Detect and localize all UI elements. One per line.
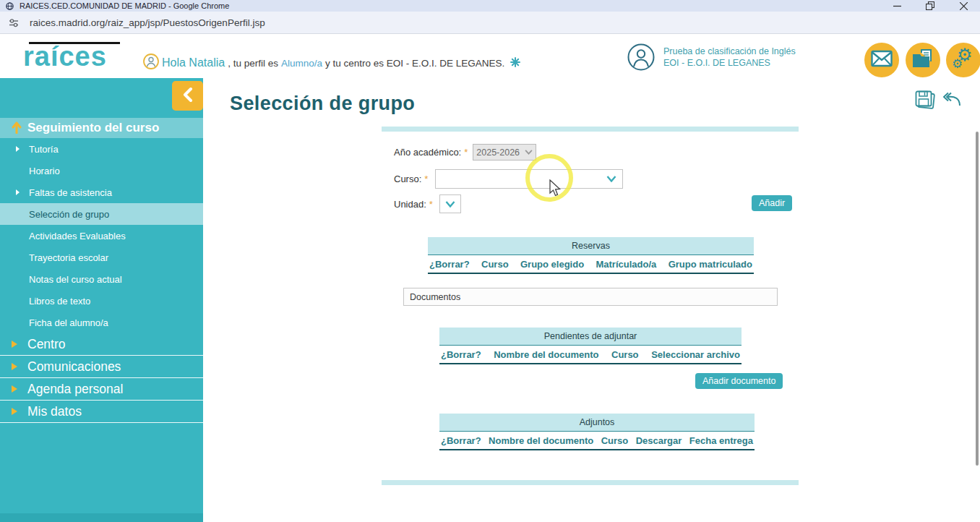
sidebar-section-label: Mis datos (27, 404, 82, 419)
sidebar-item-ficha[interactable]: Ficha del alumno/a (0, 312, 203, 333)
expand-arrow-icon (16, 146, 20, 152)
column-header: Grupo matriculado (669, 259, 752, 270)
page-title: Selección de grupo (230, 93, 415, 115)
main-content: Selección de grupo Año académico: * 2025… (203, 78, 980, 522)
sidebar-subitems: Tutoría Horario Faltas de asistencia Sel… (0, 138, 203, 333)
sidebar-item-label: Horario (29, 166, 60, 176)
sidebar-section-centro[interactable]: Centro (0, 333, 203, 356)
unidad-row: Unidad: * (394, 194, 461, 213)
collapse-sidebar-button[interactable] (172, 81, 203, 111)
chevron-down-icon (606, 176, 616, 182)
sidebar-item-trayectoria[interactable]: Trayectoria escolar (0, 247, 203, 268)
unidad-select[interactable] (439, 194, 461, 213)
curso-row: Curso: * (394, 169, 623, 189)
expand-arrow-icon (16, 189, 20, 195)
documents-button[interactable] (906, 43, 940, 77)
required-marker: * (429, 199, 433, 210)
add-button[interactable]: Añadir (752, 195, 792, 211)
chevron-down-icon (445, 201, 455, 207)
save-button[interactable] (914, 90, 936, 113)
context-line1: Prueba de clasificación de Inglés (663, 46, 796, 57)
section-arrow-icon (12, 363, 17, 370)
user-greeting: Hola Natalia , tu perfil es Alumno/a y t… (143, 51, 520, 69)
sidebar-item-tutoria[interactable]: Tutoría (0, 138, 203, 160)
sidebar-item-actividades[interactable]: Actividades Evaluables (0, 225, 203, 247)
folder-icon (911, 48, 934, 72)
sidebar-item-label: Libros de texto (29, 296, 90, 307)
sidebar-item-label: Selección de grupo (29, 209, 109, 220)
sidebar-item-label: Tutoría (29, 144, 59, 155)
unidad-label: Unidad: (394, 199, 426, 210)
sidebar-section-agenda[interactable]: Agenda personal (0, 378, 203, 401)
page-actions (914, 90, 963, 113)
url-text[interactable]: raices.madrid.org/raiz_app/jsp/PuestosOr… (30, 17, 265, 28)
divider-bar-top (382, 127, 799, 132)
envelope-icon (871, 50, 893, 70)
curso-label: Curso: (394, 174, 421, 184)
chevron-left-icon (182, 87, 194, 106)
adjuntos-title: Adjuntos (439, 414, 755, 432)
context-block: Prueba de clasificación de Inglés EOI - … (627, 43, 796, 74)
year-value: 2025-2026 (476, 147, 520, 158)
sidebar-item-label: Notas del curso actual (29, 274, 122, 285)
avatar-icon (143, 54, 159, 72)
column-header: ¿Borrar? (441, 349, 481, 360)
sidebar-section-label: Comunicaciones (27, 359, 121, 375)
minimize-button[interactable] (880, 0, 914, 12)
scrollbar[interactable] (976, 132, 979, 466)
sidebar-section-seguimiento[interactable]: Seguimiento del curso (0, 118, 203, 138)
column-header: Matrículado/a (596, 259, 656, 270)
close-button[interactable] (947, 0, 980, 12)
asterisk-icon[interactable] (510, 57, 520, 70)
column-header: Nombre del documento (489, 435, 593, 446)
column-header: Seleccionar archivo (651, 349, 740, 360)
sidebar-item-seleccion-grupo[interactable]: Selección de grupo (0, 203, 203, 225)
undo-button[interactable] (942, 90, 963, 113)
sidebar-item-faltas[interactable]: Faltas de asistencia (0, 181, 203, 203)
reservas-header-row: ¿Borrar? Curso Grupo elegido Matrículado… (428, 255, 754, 274)
sidebar-item-notas[interactable]: Notas del curso actual (0, 268, 203, 290)
documentos-header[interactable]: Documentos (403, 288, 778, 306)
sidebar-item-label: Ficha del alumno/a (29, 317, 108, 328)
sidebar-section-label: Centro (27, 337, 66, 352)
chevron-down-icon (525, 150, 533, 155)
sidebar-item-libros[interactable]: Libros de texto (0, 290, 203, 312)
divider-bar-bottom (382, 480, 799, 485)
add-document-button[interactable]: Añadir documento (695, 373, 783, 389)
window-title: RAICES.CED.COMUNIDAD DE MADRID - Google … (20, 1, 229, 10)
column-header: Grupo elegido (520, 259, 584, 270)
column-header: Curso (611, 349, 639, 360)
column-header: ¿Borrar? (441, 435, 481, 446)
url-bar: raices.madrid.org/raiz_app/jsp/PuestosOr… (0, 12, 980, 34)
column-header: Fecha entrega (689, 435, 753, 446)
app-header: raíces Hola Natalia , tu perfil es Alumn… (0, 35, 980, 78)
sidebar-sections: Centro Comunicaciones Agenda personal Mi… (0, 333, 203, 423)
logo-accent-line (29, 42, 120, 44)
mail-button[interactable] (864, 43, 899, 77)
pendientes-title: Pendientes de adjuntar (439, 328, 742, 346)
window-titlebar: RAICES.CED.COMUNIDAD DE MADRID - Google … (0, 0, 980, 12)
adjuntos-table: Adjuntos ¿Borrar? Nombre del documento C… (439, 414, 755, 450)
column-header: ¿Borrar? (429, 259, 470, 270)
sidebar-section-label: Seguimiento del curso (27, 121, 159, 135)
pendientes-header-row: ¿Borrar? Nombre del documento Curso Sele… (439, 346, 742, 364)
tracking-protection-icon[interactable] (9, 18, 20, 27)
documentos-label: Documentos (410, 292, 460, 302)
year-select[interactable]: 2025-2026 (473, 144, 536, 161)
required-marker: * (464, 147, 468, 158)
greeting-profile: Alumno/a (281, 58, 322, 69)
sidebar-item-label: Trayectoria escolar (29, 252, 108, 263)
raices-logo[interactable]: raíces (23, 42, 107, 71)
sidebar-nav: Seguimiento del curso Tutoría Horario Fa… (0, 78, 203, 522)
year-row: Año académico: * 2025-2026 (394, 144, 536, 161)
section-arrow-icon (12, 408, 17, 415)
sidebar-section-misdatos[interactable]: Mis datos (0, 401, 203, 423)
sidebar-section-comunicaciones[interactable]: Comunicaciones (0, 356, 203, 378)
column-header: Curso (601, 435, 629, 446)
settings-button[interactable]: ⚙⚙ (946, 43, 980, 77)
sidebar-item-horario[interactable]: Horario (0, 160, 203, 181)
greeting-name: Hola Natalia (162, 56, 225, 69)
restore-button[interactable] (914, 0, 947, 12)
sidebar-item-label: Actividades Evaluables (29, 231, 126, 241)
mouse-cursor (549, 179, 562, 201)
